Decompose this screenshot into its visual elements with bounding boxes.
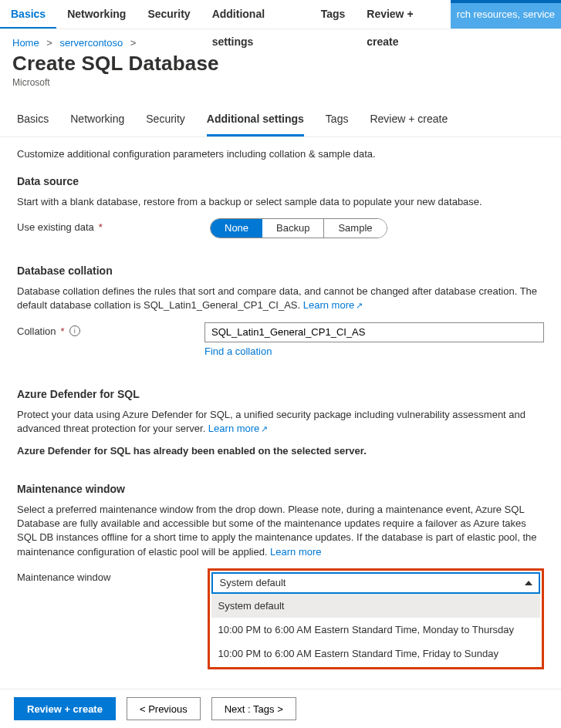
top-tab-bar: Basics Networking Security Additional se… [0,0,561,29]
tab-tags[interactable]: Tags [326,103,349,136]
top-tab-security[interactable]: Security [137,0,201,29]
maintenance-option-default[interactable]: System default [211,594,540,618]
collation-label: Collation [17,325,56,337]
defender-desc-text: Protect your data using Azure Defender f… [17,409,526,434]
wizard-footer: Review + create < Previous Next : Tags > [0,689,561,728]
section-data-source: Data source [17,175,544,187]
find-collation-link[interactable]: Find a collation [204,345,272,357]
maintenance-window-options: System default 10:00 PM to 6:00 AM Easte… [211,594,540,666]
maintenance-option-fri-sun[interactable]: 10:00 PM to 6:00 AM Eastern Standard Tim… [211,642,540,666]
defender-status: Azure Defender for SQL has already been … [17,445,544,457]
external-link-icon: ↗ [261,424,268,433]
tab-additional-settings[interactable]: Additional settings [207,103,304,136]
tab-basics[interactable]: Basics [17,103,49,136]
maintenance-learn-more-link[interactable]: Learn more [270,546,321,558]
breadcrumb: Home > servercontoso > [0,29,561,49]
info-icon[interactable]: i [69,325,80,336]
section-collation: Database collation [17,265,544,277]
external-link-icon: ↗ [356,301,363,310]
top-tab-networking[interactable]: Networking [56,0,137,29]
section-maintenance: Maintenance window [17,483,544,495]
search-resources-input[interactable]: rch resources, service [451,0,561,29]
required-indicator: * [99,221,103,233]
top-tab-review[interactable]: Review + create [356,0,451,29]
top-tab-tags[interactable]: Tags [310,0,357,29]
previous-button[interactable]: < Previous [127,697,201,720]
collation-input[interactable] [204,322,544,342]
option-none[interactable]: None [211,219,262,238]
intro-text: Customize additional configuration param… [17,148,544,160]
maintenance-window-label: Maintenance window [17,571,110,583]
use-existing-data-label: Use existing data [17,221,94,233]
defender-learn-more-link[interactable]: Learn more↗ [208,423,268,434]
maintenance-desc: Select a preferred maintenance window fr… [17,503,544,559]
wizard-tab-bar: Basics Networking Security Additional se… [0,103,561,137]
defender-desc: Protect your data using Azure Defender f… [17,408,544,436]
maintenance-window-dropdown[interactable]: System default [211,572,540,594]
data-source-desc: Start with a blank database, restore fro… [17,195,544,209]
page-subtitle: Microsoft [12,77,549,88]
top-tab-additional[interactable]: Additional settings [201,0,310,29]
highlight-box: System default System default 10:00 PM t… [208,568,544,669]
chevron-right-icon: > [126,37,141,49]
use-existing-data-options: None Backup Sample [210,218,387,238]
collation-learn-more-link[interactable]: Learn more↗ [303,299,363,311]
tab-review-create[interactable]: Review + create [370,103,448,136]
option-sample[interactable]: Sample [323,219,386,238]
section-defender: Azure Defender for SQL [17,388,544,400]
review-create-button[interactable]: Review + create [14,697,116,720]
next-button[interactable]: Next : Tags > [211,697,296,720]
chevron-up-icon [525,581,532,585]
maintenance-option-mon-thu[interactable]: 10:00 PM to 6:00 AM Eastern Standard Tim… [211,618,540,642]
option-backup[interactable]: Backup [262,219,323,238]
breadcrumb-home[interactable]: Home [12,37,39,49]
required-indicator: * [61,325,65,337]
page-title: Create SQL Database [12,52,549,76]
collation-desc-text: Database collation defines the rules tha… [17,285,537,311]
collation-desc: Database collation defines the rules tha… [17,285,544,312]
tab-networking[interactable]: Networking [70,103,124,136]
maintenance-window-selected: System default [219,577,286,588]
top-tab-basics[interactable]: Basics [0,0,56,29]
breadcrumb-server[interactable]: servercontoso [60,37,123,49]
tab-security[interactable]: Security [146,103,185,136]
chevron-right-icon: > [42,37,57,49]
